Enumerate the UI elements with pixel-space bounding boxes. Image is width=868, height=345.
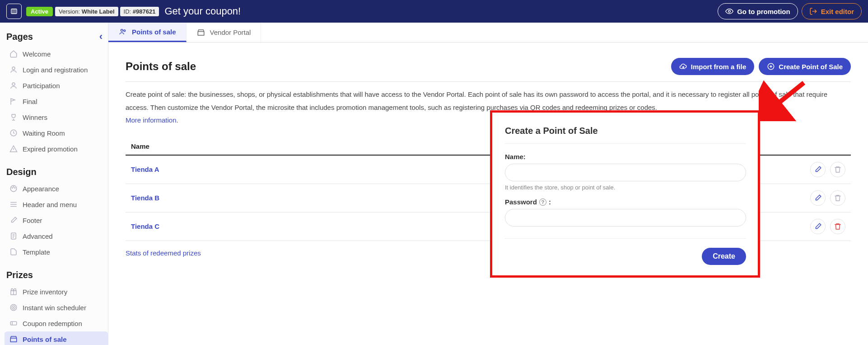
- th-actions: [792, 142, 851, 150]
- sidebar-label: Footer: [23, 217, 42, 224]
- file-icon: [9, 247, 18, 256]
- pencil-icon: [814, 165, 822, 174]
- trash-icon: [834, 222, 842, 231]
- password-label-text: Password: [505, 198, 537, 206]
- tab-points-of-sale[interactable]: Points of sale: [108, 23, 187, 42]
- modal-title: Create a Point of Sale: [505, 126, 746, 144]
- sidebar-item-winners[interactable]: Winners: [5, 109, 108, 125]
- palette-icon: [9, 184, 18, 193]
- user-icon: [9, 81, 18, 90]
- sidebar-item-footer[interactable]: Footer: [5, 213, 108, 228]
- sidebar-item-advanced[interactable]: Advanced: [5, 228, 108, 244]
- name-label: Name:: [505, 153, 746, 161]
- modal-create-button[interactable]: Create: [702, 248, 746, 265]
- cloud-upload-icon: [679, 62, 687, 71]
- top-header: Active Version: White Label ID: #987621 …: [0, 0, 868, 23]
- trash-icon: [834, 194, 842, 202]
- delete-button[interactable]: [830, 162, 845, 177]
- goto-label: Go to promotion: [737, 8, 790, 15]
- sidebar-label: Final: [23, 98, 37, 105]
- stats-link[interactable]: Stats of redeemed prizes: [126, 249, 201, 257]
- svg-point-13: [13, 307, 14, 308]
- home-icon: [9, 49, 18, 58]
- exit-icon: [809, 7, 817, 15]
- pages-title: Pages: [6, 32, 33, 42]
- sidebar-item-points-of-sale[interactable]: Points of sale: [5, 331, 108, 345]
- id-prefix: ID:: [124, 8, 133, 15]
- tabs: Points of sale Vendor Portal: [108, 23, 868, 43]
- delete-button[interactable]: [830, 219, 845, 234]
- help-icon[interactable]: ?: [539, 198, 546, 206]
- sidebar-label: Expired promotion: [23, 145, 78, 153]
- sidebar-label: Welcome: [23, 50, 51, 58]
- svg-point-8: [14, 188, 15, 189]
- create-pos-modal: Create a Point of Sale Name: It identifi…: [492, 112, 759, 279]
- store-icon: [196, 28, 205, 37]
- document-icon: [9, 232, 18, 241]
- sidebar-section-design: Design: [5, 157, 108, 181]
- sidebar-label: Coupon redemption: [23, 320, 82, 327]
- sidebar-item-header-menu[interactable]: Header and menu: [5, 197, 108, 212]
- edit-icon: [9, 216, 18, 225]
- sidebar-item-expired[interactable]: Expired promotion: [5, 141, 108, 156]
- import-file-button[interactable]: Import from a file: [671, 58, 755, 75]
- sidebar-item-participation[interactable]: Participation: [5, 78, 108, 93]
- svg-point-7: [13, 187, 14, 188]
- sidebar-item-template[interactable]: Template: [5, 244, 108, 260]
- name-input[interactable]: [505, 164, 746, 181]
- sidebar-label: Advanced: [23, 232, 53, 240]
- sidebar-label: Winners: [23, 113, 47, 121]
- svg-rect-14: [10, 321, 17, 325]
- delete-button[interactable]: [830, 190, 845, 206]
- sidebar-item-login[interactable]: Login and registration: [5, 62, 108, 77]
- goto-promotion-button[interactable]: Go to promotion: [718, 3, 798, 19]
- gift-icon: [9, 287, 18, 296]
- content-title: Points of sale: [126, 60, 196, 73]
- svg-rect-0: [11, 9, 17, 14]
- version-prefix: Version:: [59, 8, 82, 15]
- sidebar-item-instant-win[interactable]: Instant win scheduler: [5, 300, 108, 315]
- sidebar-label: Points of sale: [23, 336, 67, 343]
- id-badge: ID: #987621: [120, 7, 159, 16]
- edit-button[interactable]: [810, 162, 826, 177]
- user-icon: [9, 65, 18, 74]
- user-group-icon: [118, 27, 127, 36]
- menu-icon: [9, 200, 18, 209]
- name-hint: It identifies the store, shop or point o…: [505, 184, 746, 191]
- sidebar-label: Participation: [23, 82, 60, 90]
- pencil-icon: [814, 194, 822, 202]
- ticket-icon: [10, 7, 18, 15]
- edit-button[interactable]: [810, 190, 826, 206]
- sidebar-item-coupon-redemption[interactable]: Coupon redemption: [5, 316, 108, 331]
- password-label: Password ? :: [505, 198, 746, 206]
- trash-icon: [834, 165, 842, 174]
- svg-point-1: [728, 10, 731, 13]
- pencil-icon: [814, 222, 822, 231]
- svg-point-3: [12, 83, 15, 85]
- tab-label: Points of sale: [132, 28, 176, 36]
- exit-editor-button[interactable]: Exit editor: [802, 3, 862, 19]
- import-label: Import from a file: [691, 63, 747, 71]
- sidebar-item-waiting[interactable]: Waiting Room: [5, 125, 108, 141]
- page-title-header: Get your coupon!: [164, 5, 241, 17]
- create-pos-button[interactable]: Create Point of Sale: [759, 58, 851, 75]
- store-icon: [9, 335, 18, 344]
- sidebar-label: Waiting Room: [23, 129, 65, 137]
- status-badge: Active: [26, 7, 53, 16]
- target-icon: [9, 303, 18, 312]
- sidebar-label: Template: [23, 248, 50, 256]
- sidebar-label: Prize inventory: [23, 288, 67, 296]
- sidebar-label: Appearance: [23, 185, 59, 193]
- collapse-sidebar-icon[interactable]: ‹: [99, 31, 103, 43]
- svg-point-17: [121, 29, 123, 32]
- sidebar-item-final[interactable]: Final: [5, 94, 108, 109]
- version-value: White Label: [82, 8, 115, 15]
- password-input[interactable]: [505, 209, 746, 227]
- sidebar-item-welcome[interactable]: Welcome: [5, 46, 108, 61]
- sidebar-item-prize-inventory[interactable]: Prize inventory: [5, 284, 108, 299]
- tab-vendor-portal[interactable]: Vendor Portal: [187, 23, 261, 42]
- more-info-link[interactable]: More information: [126, 116, 177, 124]
- edit-button[interactable]: [810, 219, 826, 234]
- plus-circle-icon: [767, 62, 775, 71]
- sidebar-item-appearance[interactable]: Appearance: [5, 181, 108, 196]
